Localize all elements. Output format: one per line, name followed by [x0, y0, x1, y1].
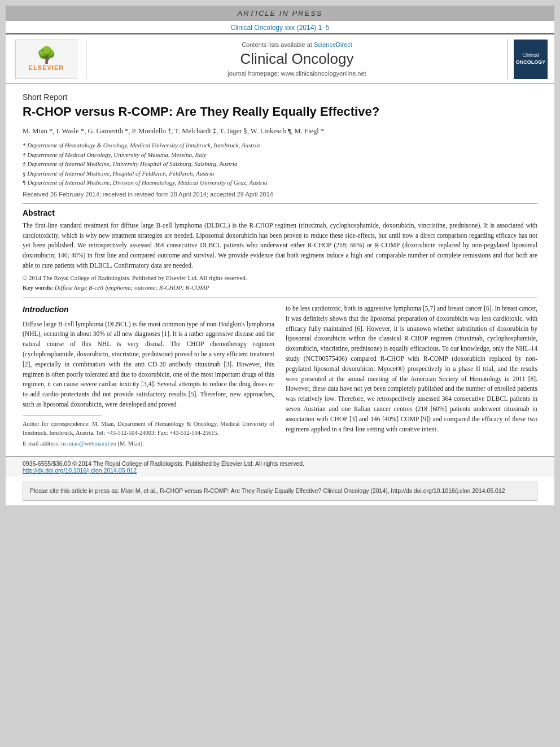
received-line: Received 26 February 2014; received in r…	[23, 191, 537, 198]
journal-main-title: Clinical Oncology	[98, 50, 496, 68]
abstract-section: Abstract The first-line standard treatme…	[23, 208, 537, 291]
email-suffix: (M. Mian).	[118, 440, 144, 447]
authors-line: M. Mian *, I. Wasle *, G. Gamerith *, P.…	[23, 126, 537, 137]
citation-bar: Please cite this article in press as: Mi…	[23, 482, 537, 501]
affiliations-block: * Department of Hematology & Oncology, M…	[23, 141, 537, 187]
footnote-email: E-mail address: m.mian@webmaxxl.eu (M. M…	[23, 439, 274, 448]
affiliation-5: ¶ Department of Internal Medicine, Divis…	[23, 178, 537, 187]
bottom-copyright-text: 0936-6555/$36.00 © 2014 The Royal Colleg…	[23, 460, 304, 467]
introduction-title: Introduction	[23, 304, 274, 316]
affiliation-2: † Department of Medical Oncology, Univer…	[23, 150, 537, 160]
affiliation-3: ‡ Department of Internal Medicine, Unive…	[23, 159, 537, 169]
affiliation-4: § Department of Internal Medicine, Hospi…	[23, 169, 537, 178]
authors-text: M. Mian *, I. Wasle *, G. Gamerith *, P.…	[23, 127, 324, 135]
journal-logo-right: ClinicalONCOLOGY	[514, 40, 548, 79]
article-in-press-banner: ARTICLE IN PRESS	[6, 6, 554, 21]
footnote-divider	[23, 416, 102, 416]
keywords-text: Diffuse large B-cell lymphoma; outcome; …	[55, 284, 209, 291]
journal-title-block: Contents lists available at ScienceDirec…	[86, 39, 508, 79]
keywords-label: Key words:	[23, 284, 53, 291]
body-columns: Introduction Diffuse large B-cell lympho…	[23, 304, 537, 451]
banner-text: ARTICLE IN PRESS	[238, 9, 323, 18]
journal-header: 🌳 ELSEVIER Contents lists available at S…	[6, 33, 554, 84]
abstract-text: The first-line standard treatment for di…	[23, 221, 537, 271]
divider-1	[23, 203, 537, 204]
abstract-copyright: © 2014 The Royal College of Radiologists…	[23, 274, 537, 281]
introduction-right-text: to be less cardiotoxic, both in aggressi…	[286, 304, 537, 435]
main-content: Short Report R-CHOP versus R-COMP: Are T…	[6, 84, 554, 456]
report-type-label: Short Report	[23, 93, 537, 102]
elsevier-logo-image: 🌳 ELSEVIER	[15, 40, 77, 79]
elsevier-tree-icon: 🌳	[37, 47, 56, 63]
journal-right-logo-text: ClinicalONCOLOGY	[516, 53, 546, 65]
page: ARTICLE IN PRESS Clinical Oncology xxx (…	[6, 6, 554, 505]
footnote-correspondence: Author for correspondence: M. Mian, Depa…	[23, 420, 274, 438]
introduction-left-text: Diffuse large B-cell lymphoma (DLBCL) is…	[23, 320, 274, 410]
affiliation-1: * Department of Hematology & Oncology, M…	[23, 141, 537, 150]
elsevier-label: ELSEVIER	[29, 64, 64, 71]
elsevier-logo: 🌳 ELSEVIER	[12, 40, 80, 79]
keywords-line: Key words: Diffuse large B-cell lymphoma…	[23, 284, 537, 291]
email-label: E-mail address:	[23, 440, 60, 447]
sciencedirect-link[interactable]: ScienceDirect	[314, 41, 352, 48]
article-title: R-CHOP versus R-COMP: Are They Really Eq…	[23, 104, 537, 120]
doi-link[interactable]: http://dx.doi.org/10.1016/j.clon.2014.05…	[23, 467, 137, 474]
abstract-title: Abstract	[23, 208, 537, 217]
journal-info-line: Clinical Oncology xxx (2014) 1–5	[6, 21, 554, 33]
email-link[interactable]: m.mian@webmaxxl.eu	[61, 440, 116, 447]
citation-notice-text: Please cite this article in press as: Mi…	[30, 487, 505, 494]
right-column: to be less cardiotoxic, both in aggressi…	[286, 304, 537, 451]
left-column: Introduction Diffuse large B-cell lympho…	[23, 304, 274, 451]
divider-2	[23, 298, 537, 298]
sciencedirect-line: Contents lists available at ScienceDirec…	[98, 41, 496, 48]
journal-info-text: Clinical Oncology xxx (2014) 1–5	[230, 24, 329, 32]
sciencedirect-text: Contents lists available at	[242, 41, 312, 48]
bottom-doi-bar: 0936-6555/$36.00 © 2014 The Royal Colleg…	[6, 456, 554, 477]
journal-homepage: journal homepage: www.clinicaloncologyon…	[98, 70, 496, 77]
